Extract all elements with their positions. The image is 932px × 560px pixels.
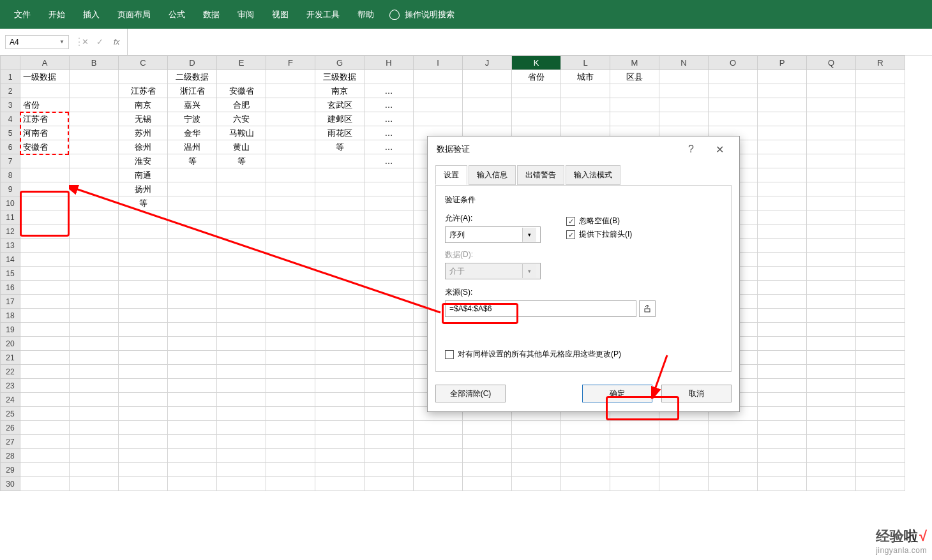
cell-I30[interactable] <box>414 477 463 491</box>
cell-E6[interactable]: 黄山 <box>217 140 266 154</box>
cell-P25[interactable] <box>758 407 807 421</box>
row-header-26[interactable]: 26 <box>1 421 20 435</box>
cell-E17[interactable] <box>217 295 266 309</box>
cell-G1[interactable]: 三级数据 <box>315 70 365 84</box>
cell-Q8[interactable] <box>807 168 856 182</box>
cell-K30[interactable] <box>512 477 561 491</box>
row-header-19[interactable]: 19 <box>1 323 20 337</box>
row-header-4[interactable]: 4 <box>1 112 20 126</box>
ribbon-tab-home[interactable]: 开始 <box>40 1 74 28</box>
cell-E7[interactable]: 等 <box>217 154 266 168</box>
cell-Q21[interactable] <box>807 351 856 365</box>
cell-M27[interactable] <box>610 435 659 449</box>
cell-H16[interactable] <box>365 281 414 295</box>
cell-F23[interactable] <box>266 379 315 393</box>
cell-B21[interactable] <box>70 351 119 365</box>
cell-H20[interactable] <box>365 337 414 351</box>
cell-N4[interactable] <box>659 112 709 126</box>
cell-Q28[interactable] <box>807 449 856 463</box>
cell-F1[interactable] <box>266 70 315 84</box>
cell-D22[interactable] <box>168 365 217 379</box>
cell-A12[interactable] <box>20 225 70 239</box>
cell-P16[interactable] <box>758 281 807 295</box>
col-header-Q[interactable]: Q <box>807 56 856 70</box>
cell-C30[interactable] <box>119 477 168 491</box>
cell-F12[interactable] <box>266 225 315 239</box>
cell-N28[interactable] <box>659 449 709 463</box>
cell-P5[interactable] <box>758 126 807 140</box>
cell-R10[interactable] <box>856 196 905 210</box>
cell-C10[interactable]: 等 <box>119 196 168 210</box>
cell-C8[interactable]: 南通 <box>119 168 168 182</box>
cell-R3[interactable] <box>856 98 905 112</box>
cell-F2[interactable] <box>266 84 315 98</box>
cell-R18[interactable] <box>856 309 905 323</box>
cell-D20[interactable] <box>168 337 217 351</box>
row-header-25[interactable]: 25 <box>1 407 20 421</box>
cell-P19[interactable] <box>758 323 807 337</box>
cell-D7[interactable]: 等 <box>168 154 217 168</box>
cell-Q7[interactable] <box>807 154 856 168</box>
cell-G4[interactable]: 建邺区 <box>315 112 365 126</box>
cell-B9[interactable] <box>70 182 119 196</box>
cell-F28[interactable] <box>266 449 315 463</box>
cell-B7[interactable] <box>70 154 119 168</box>
cell-R4[interactable] <box>856 112 905 126</box>
ok-button[interactable]: 确定 <box>582 385 652 402</box>
cell-G14[interactable] <box>315 253 365 267</box>
dropdown-arrow-checkbox[interactable]: ✓ 提供下拉箭头(I) <box>566 229 632 240</box>
cell-H17[interactable] <box>365 295 414 309</box>
cell-N2[interactable] <box>659 84 709 98</box>
cell-I27[interactable] <box>414 435 463 449</box>
cell-H15[interactable] <box>365 267 414 281</box>
cell-M29[interactable] <box>610 463 659 477</box>
cell-F14[interactable] <box>266 253 315 267</box>
cell-P4[interactable] <box>758 112 807 126</box>
cell-Q29[interactable] <box>807 463 856 477</box>
cell-P8[interactable] <box>758 168 807 182</box>
cell-L28[interactable] <box>561 449 610 463</box>
cell-Q16[interactable] <box>807 281 856 295</box>
cell-L26[interactable] <box>561 421 610 435</box>
name-box-dropdown-icon[interactable]: ▼ <box>59 39 64 45</box>
cell-R11[interactable] <box>856 210 905 225</box>
col-header-M[interactable]: M <box>610 56 659 70</box>
cell-R29[interactable] <box>856 463 905 477</box>
tell-me-search[interactable]: 操作说明搜索 <box>389 9 455 20</box>
cell-H2[interactable]: … <box>365 84 414 98</box>
cell-Q2[interactable] <box>807 84 856 98</box>
cell-D17[interactable] <box>168 295 217 309</box>
cell-G20[interactable] <box>315 337 365 351</box>
cell-E10[interactable] <box>217 196 266 210</box>
cell-F11[interactable] <box>266 210 315 225</box>
cell-G8[interactable] <box>315 168 365 182</box>
cell-P30[interactable] <box>758 477 807 491</box>
cell-Q10[interactable] <box>807 196 856 210</box>
cell-D24[interactable] <box>168 393 217 407</box>
cell-C11[interactable] <box>119 210 168 225</box>
cell-E28[interactable] <box>217 449 266 463</box>
ribbon-tab-file[interactable]: 文件 <box>5 1 40 28</box>
select-all-corner[interactable] <box>1 56 20 70</box>
cell-F30[interactable] <box>266 477 315 491</box>
ribbon-tab-dev[interactable]: 开发工具 <box>297 1 349 28</box>
ignore-blank-checkbox[interactable]: ✓ 忽略空值(B) <box>566 216 632 226</box>
cell-Q25[interactable] <box>807 407 856 421</box>
cell-C27[interactable] <box>119 435 168 449</box>
cell-C26[interactable] <box>119 421 168 435</box>
cell-J30[interactable] <box>463 477 512 491</box>
cell-Q9[interactable] <box>807 182 856 196</box>
cell-P28[interactable] <box>758 449 807 463</box>
cell-R22[interactable] <box>856 365 905 379</box>
cell-A14[interactable] <box>20 253 70 267</box>
cell-C29[interactable] <box>119 463 168 477</box>
cell-D6[interactable]: 温州 <box>168 140 217 154</box>
cell-D28[interactable] <box>168 449 217 463</box>
cell-A23[interactable] <box>20 379 70 393</box>
cell-H26[interactable] <box>365 421 414 435</box>
cell-A13[interactable] <box>20 239 70 253</box>
cell-H10[interactable] <box>365 196 414 210</box>
cell-M28[interactable] <box>610 449 659 463</box>
cell-B18[interactable] <box>70 309 119 323</box>
cell-H6[interactable]: … <box>365 140 414 154</box>
